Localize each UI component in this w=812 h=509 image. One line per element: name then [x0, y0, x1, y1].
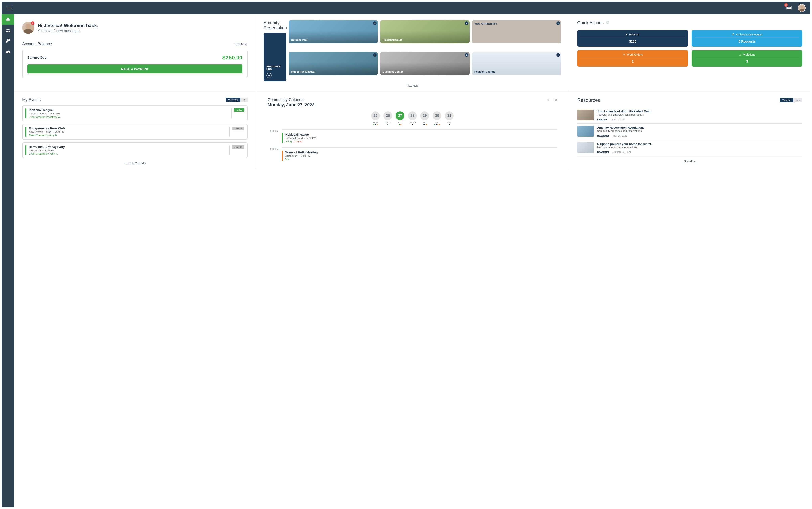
amenity-card-view-all[interactable]: +View All Amenities: [472, 20, 561, 43]
resource-subtitle: Tuesday and Saturday Pickle ball league: [597, 113, 651, 116]
resource-item[interactable]: Amenity Reservation Regulations Communit…: [577, 124, 803, 140]
event-title: Pickleball league: [29, 108, 229, 112]
calendar-day[interactable]: 28 THURS: [408, 111, 417, 125]
event-card[interactable]: Pickleball league Pickleball Court - 5:3…: [22, 105, 248, 121]
calendar-day[interactable]: 25 MON: [371, 111, 380, 125]
plus-icon[interactable]: +: [465, 22, 468, 25]
gear-icon[interactable]: [606, 21, 609, 25]
panel-calendar: Community Calendar Monday, June 27, 2022…: [255, 92, 569, 169]
resource-item[interactable]: 5 Tips to prepare your home for winter. …: [577, 140, 803, 156]
plus-icon[interactable]: +: [373, 53, 377, 57]
resources-heading: Resources: [577, 97, 600, 103]
balance-amount: $250.00: [222, 55, 242, 61]
welcome-sub: You have 2 new messages.: [38, 29, 98, 33]
messages-icon[interactable]: 2: [786, 4, 792, 11]
welcome-greeting: Hi Jessica! Welcome back.: [38, 23, 98, 28]
amenity-card-lounge[interactable]: +Resident Lounge: [472, 52, 561, 75]
balance-card: Balance Due $250.00 MAKE A PAYMENT: [22, 50, 248, 78]
amenity-card-pickleball[interactable]: +Pickleball Court: [380, 20, 469, 43]
resource-title: Join Legends of Hutto Pickleball Team: [597, 110, 651, 113]
resource-title: 5 Tips to prepare your home for winter.: [597, 142, 652, 145]
view-my-calendar-link[interactable]: View My Calendar: [124, 162, 146, 165]
tab-new[interactable]: New: [793, 98, 803, 102]
welcome-avatar: 2: [22, 22, 34, 34]
events-heading: My Events: [22, 97, 41, 102]
warning-icon: ⚠: [739, 53, 742, 56]
balance-label: Balance Due: [27, 56, 46, 60]
sidebar-item-properties[interactable]: [2, 46, 14, 57]
resource-date: May 18, 2022: [613, 134, 627, 137]
action-join[interactable]: Join: [285, 158, 290, 161]
plus-icon[interactable]: +: [557, 53, 560, 57]
resource-thumbnail: [577, 110, 594, 121]
event-title: Entrepreneurs Book Club: [29, 127, 227, 130]
event-card[interactable]: Ben's 10th Birthday Party Clubhouse - 1:…: [22, 142, 248, 158]
event-creator: Event Created by Amy B.: [29, 134, 227, 137]
calendar-day[interactable]: 26 TUES: [383, 111, 392, 125]
plus-icon[interactable]: +: [465, 53, 468, 57]
resource-tag: Newsletter: [597, 151, 609, 154]
resource-subtitle: Community amenities and reservations: [597, 130, 644, 132]
time-label: 6:00 PM: [268, 147, 278, 161]
event-subtitle: Amy Byers's House - 7:00 PM: [29, 131, 227, 133]
event-card[interactable]: Entrepreneurs Book Club Amy Byers's Hous…: [22, 124, 248, 140]
event-creator: Event Created by Jeffery W.: [29, 115, 229, 118]
tab-upcoming[interactable]: Upcoming: [226, 98, 241, 102]
events-toggle: Upcoming All: [226, 98, 248, 102]
svg-rect-1: [799, 9, 804, 11]
amenity-heading: AmenityReservation: [264, 20, 286, 30]
menu-icon[interactable]: [6, 6, 12, 10]
calendar-day[interactable]: 31 SUN: [445, 111, 454, 125]
plus-icon[interactable]: +: [557, 22, 560, 25]
tab-all[interactable]: All: [241, 98, 248, 102]
resource-hub-button[interactable]: RESOURCEHUB: [264, 33, 286, 81]
event-date-badge: Today: [234, 108, 244, 112]
svg-point-5: [607, 22, 608, 23]
balance-view-more[interactable]: View More: [235, 43, 248, 46]
resource-title: Amenity Reservation Regulations: [597, 126, 644, 129]
resource-tag: Newsletter: [597, 134, 609, 137]
quick-action-violations[interactable]: ⚠Violations 3: [692, 50, 803, 67]
amenity-card-business-center[interactable]: +Business Center: [380, 52, 469, 75]
plus-icon[interactable]: +: [373, 22, 377, 25]
sidebar-item-key[interactable]: [2, 36, 14, 46]
resource-date: October 22, 2021: [613, 151, 631, 154]
user-avatar[interactable]: [798, 4, 806, 12]
resource-item[interactable]: Join Legends of Hutto Pickleball Team Tu…: [577, 107, 803, 124]
sidebar-item-people[interactable]: [2, 25, 14, 36]
resources-see-more[interactable]: See More: [684, 160, 696, 163]
calendar-prev[interactable]: <: [547, 97, 550, 103]
timeslot: 5:30 PM Pickleball league Pickleball Cou…: [268, 130, 557, 143]
welcome-badge: 2: [31, 22, 35, 25]
dollar-icon: $: [626, 33, 628, 36]
resource-thumbnail: [577, 142, 594, 153]
calendar-day[interactable]: 30 SAT: [432, 111, 441, 125]
sidebar-item-home[interactable]: [2, 14, 14, 25]
panel-resources: Resources Trending New Join Legends of H…: [569, 92, 810, 169]
calendar-event[interactable]: Pickleball league Pickleball Court - 5:3…: [282, 133, 557, 143]
resource-thumbnail: [577, 126, 594, 137]
calendar-next[interactable]: >: [555, 97, 557, 103]
notification-badge: 2: [784, 3, 788, 7]
make-payment-button[interactable]: MAKE A PAYMENT: [27, 64, 242, 73]
action-going[interactable]: Going: [285, 140, 292, 143]
time-label: 5:30 PM: [268, 130, 278, 143]
resources-toggle: Trending New: [780, 98, 803, 102]
amenity-view-more[interactable]: View More: [407, 84, 419, 87]
calendar-event[interactable]: Moms of Hutto Meeting Clubhouse - 6:00 P…: [282, 151, 557, 161]
quick-action-work-orders[interactable]: ⛭Work Orders 2: [577, 50, 688, 67]
calendar-day[interactable]: 27 WED: [396, 111, 404, 125]
hammer-icon: 🛠: [732, 33, 735, 36]
amenity-card-outdoor-pool[interactable]: +Outdoor Pool: [289, 20, 378, 43]
event-date-badge: June 30: [232, 145, 244, 149]
amenity-card-indoor-pool[interactable]: +Indoor Pool/Jacuzzi: [289, 52, 378, 75]
balance-heading: Account Balance: [22, 42, 52, 46]
quick-action-architectural[interactable]: 🛠Architectural Request 0 Requests: [692, 30, 803, 46]
arrow-right-icon: [267, 73, 283, 79]
event-creator: Event Created by John A.: [29, 152, 227, 155]
action-cancel[interactable]: Cancel: [294, 140, 302, 143]
tab-trending[interactable]: Trending: [780, 98, 793, 102]
calendar-day[interactable]: 29 FRI: [420, 111, 429, 125]
quick-action-balance[interactable]: $Balance $250: [577, 30, 688, 46]
event-subtitle: Clubhouse - 1:30 PM: [29, 149, 227, 152]
